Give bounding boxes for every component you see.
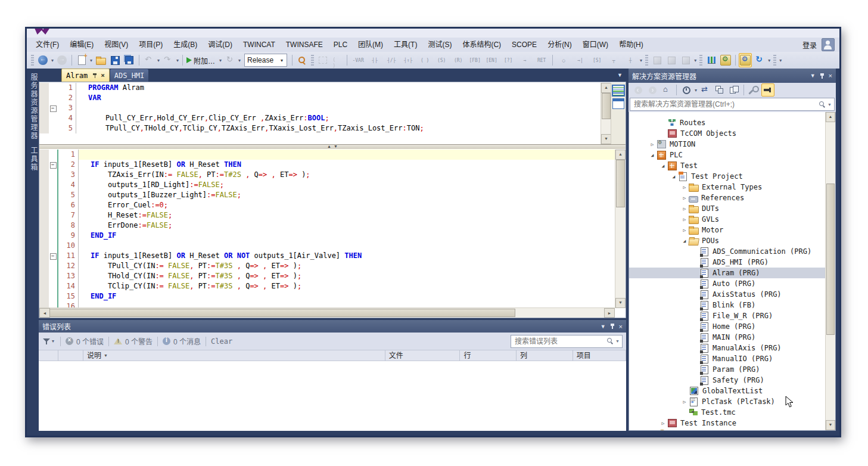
tree-expanded-icon[interactable]: ◢ xyxy=(680,238,689,244)
code-line[interactable]: 11IF inputs_1[ResetB] OR H_Reset OR NOT … xyxy=(39,251,615,261)
target-browser-button[interactable] xyxy=(705,53,718,67)
breakpoint-margin[interactable] xyxy=(39,261,49,271)
dropdown-caret-icon[interactable]: ▾ xyxy=(89,58,94,63)
code-line[interactable]: 3 TZAxis_Err(IN:= FALSE, PT:=T#2S , Q=> … xyxy=(39,170,615,180)
ladder-contact-neg-button[interactable]: ┤/├ xyxy=(384,53,399,67)
scroll-down-icon[interactable]: ▼ xyxy=(615,298,626,308)
build-config-combo[interactable]: Release▾ xyxy=(244,54,287,67)
pin-tab-icon[interactable] xyxy=(92,73,98,79)
find-in-files-button[interactable] xyxy=(295,53,309,67)
breakpoint-margin[interactable] xyxy=(39,113,49,123)
ladder-jump-button[interactable]: → xyxy=(517,53,533,67)
restart-button[interactable] xyxy=(223,53,237,67)
tree-item-routes[interactable]: Routes xyxy=(629,117,826,128)
filter-caret-icon[interactable]: ▾ xyxy=(51,338,55,344)
fold-margin[interactable] xyxy=(49,113,57,123)
scrollbar-thumb[interactable] xyxy=(602,93,611,119)
breakpoint-margin[interactable] xyxy=(39,103,49,113)
fold-collapse-icon[interactable] xyxy=(49,103,57,113)
toolbar-grip[interactable] xyxy=(311,55,314,66)
tree-item-motion[interactable]: ▷MOTION xyxy=(629,139,826,150)
error-column-header[interactable]: 文件 xyxy=(385,350,461,361)
tree-expanded-icon[interactable]: ◢ xyxy=(648,153,657,158)
scrollbar-thumb[interactable] xyxy=(49,309,515,317)
tree-item-manualaxis-prg[interactable]: ManualAxis (PRG) xyxy=(629,343,826,353)
fold-margin[interactable] xyxy=(49,231,57,241)
message-count-label[interactable]: 0 个消息 xyxy=(173,336,201,346)
ladder-coil-reset-button[interactable]: (R) xyxy=(450,53,466,67)
tree-item-param-prg[interactable]: Param (PRG) xyxy=(629,364,826,375)
tree-collapsed-icon[interactable]: ▷ xyxy=(659,421,667,426)
tree-item-references[interactable]: ▷References xyxy=(629,192,826,203)
tree-expanded-icon[interactable]: ◢ xyxy=(659,163,667,169)
breakpoint-margin[interactable] xyxy=(39,190,49,200)
toolbar-overflow-icon[interactable]: ▾ xyxy=(693,58,698,63)
tree-collapsed-icon[interactable]: ▷ xyxy=(648,142,657,147)
breakpoint-margin[interactable] xyxy=(39,281,49,291)
document-tab-ADS_HMI[interactable]: ADS_HMI xyxy=(110,69,149,82)
scroll-up-icon[interactable]: ▲ xyxy=(826,112,835,122)
toolbar-grip[interactable] xyxy=(699,55,702,66)
scroll-up-icon[interactable]: ▲ xyxy=(615,150,626,160)
active-files-dropdown-icon[interactable]: ▼ xyxy=(617,72,623,78)
combo-caret-icon[interactable]: ▾ xyxy=(279,58,284,63)
sfc-action-button[interactable]: [S] xyxy=(589,53,605,67)
se-sync-active-document-button[interactable] xyxy=(699,83,712,97)
fold-margin[interactable] xyxy=(49,281,57,291)
ladder-contact-button[interactable]: ┤├ xyxy=(367,53,382,67)
tree-collapsed-icon[interactable]: ▷ xyxy=(680,399,689,405)
window-position-caret-icon[interactable]: ▼ xyxy=(601,324,606,330)
tree-item-file-w-r-prg[interactable]: File_W_R (PRG) xyxy=(629,310,826,321)
solution-explorer-title-bar[interactable]: 解决方案资源管理器 ▼ × xyxy=(629,69,836,83)
breakpoint-margin[interactable] xyxy=(39,231,49,241)
close-icon[interactable]: × xyxy=(829,72,832,79)
menu-item[interactable]: 测试(S) xyxy=(422,38,457,52)
pin-icon[interactable] xyxy=(610,323,615,330)
attach-button[interactable]: 附加… xyxy=(186,53,217,67)
code-line[interactable]: 1PROGRAM Alram xyxy=(39,83,601,93)
tree-item-test-project[interactable]: ◢Test Project xyxy=(629,171,826,182)
implementation-pane[interactable]: 12IF inputs_1[ResetB] OR H_Reset THEN3 T… xyxy=(39,149,626,318)
tree-item-auto-prg[interactable]: Auto (PRG) xyxy=(629,278,826,289)
tree-item-gvls[interactable]: ▷GVLs xyxy=(629,214,826,225)
tree-item-axisstatus-prg[interactable]: AxisStatus (PRG) xyxy=(629,289,826,300)
table-view-button[interactable] xyxy=(612,98,624,109)
code-line[interactable]: 13 THold_CY(IN:= FALSE, PT:=T#3S , Q=> ,… xyxy=(39,271,615,281)
code-line[interactable]: 15END_IF xyxy=(39,291,615,302)
menu-item[interactable]: 项目(P) xyxy=(133,38,168,52)
code-line[interactable]: 1 xyxy=(39,150,615,160)
breakpoint-margin[interactable] xyxy=(39,251,49,261)
sign-in-button[interactable]: 登录 xyxy=(802,40,817,50)
solution-explorer-search-input[interactable] xyxy=(633,100,819,109)
splitter-arrows-icon[interactable]: ▲▼ xyxy=(327,144,340,148)
tree-item-pous[interactable]: ◢POUs xyxy=(629,235,826,246)
undo-button[interactable] xyxy=(142,53,155,67)
scrollbar-thumb[interactable] xyxy=(826,184,835,335)
frame-window-button[interactable] xyxy=(316,53,329,67)
fold-margin[interactable] xyxy=(49,170,57,180)
user-avatar[interactable] xyxy=(822,38,835,51)
dropdown-caret-icon[interactable]: ▾ xyxy=(693,88,698,93)
nav-forward-button[interactable] xyxy=(55,53,69,67)
tree-item-manualio-prg[interactable]: ManualIO (PRG) xyxy=(629,353,826,364)
toolbar-overflow-icon[interactable]: ▾ xyxy=(767,58,771,63)
tree-item-alram-prg[interactable]: Alram (PRG) xyxy=(629,268,826,278)
tree-item-test-tmc[interactable]: Test.tmc xyxy=(629,407,826,418)
declaration-pane[interactable]: 1PROGRAM Alram2VAR34 Pull_CY_Err,Hold_CY… xyxy=(39,82,626,144)
menu-item[interactable]: TWINCAT xyxy=(238,38,281,52)
pin-icon[interactable] xyxy=(820,73,825,79)
tree-item-blink-fb[interactable]: Blink (FB) xyxy=(629,300,826,310)
error-list-title-bar[interactable]: 错误列表 ▼ × xyxy=(39,320,626,333)
clear-button[interactable]: Clear xyxy=(211,337,232,346)
scroll-up-icon[interactable]: ▲ xyxy=(601,83,611,93)
sfc-branch-button[interactable]: ┬ xyxy=(606,53,621,67)
dropdown-caret-icon[interactable]: ▾ xyxy=(156,58,161,63)
code-line[interactable]: 7 H_Reset:=FALSE; xyxy=(39,210,615,220)
nav-back-button[interactable] xyxy=(36,53,49,67)
sfc-step-button[interactable]: ○ xyxy=(556,53,571,67)
code-line[interactable]: 4 Pull_CY_Err,Hold_CY_Err,Clip_CY_Err ,Z… xyxy=(39,113,601,123)
menu-item[interactable]: TWINSAFE xyxy=(281,38,328,52)
fold-margin[interactable] xyxy=(49,271,57,281)
save-button[interactable] xyxy=(108,53,122,67)
se-properties-wrench-button[interactable] xyxy=(747,83,760,97)
